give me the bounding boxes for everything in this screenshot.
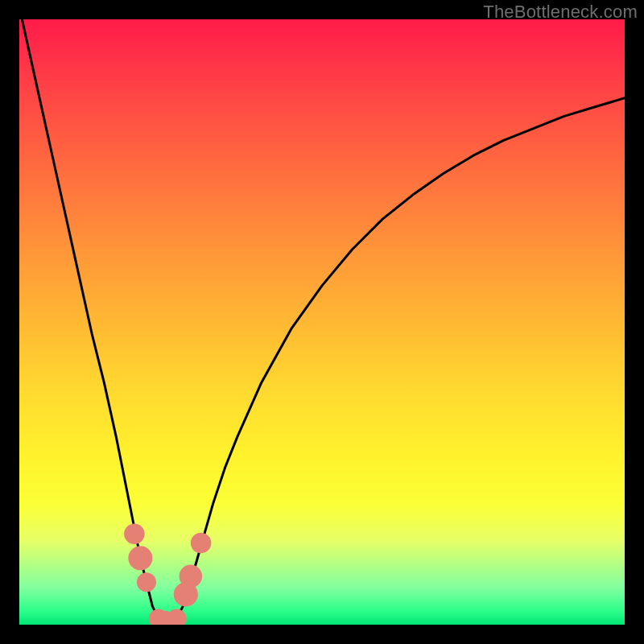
watermark-text: TheBottleneck.com: [483, 2, 638, 23]
bottleneck-curve-chart: [19, 19, 625, 625]
chart-plot-area: [19, 19, 625, 625]
data-marker: [128, 546, 152, 570]
data-marker: [191, 533, 212, 554]
data-marker: [167, 609, 186, 625]
data-marker: [180, 565, 203, 588]
data-marker: [137, 572, 156, 592]
curve-path: [19, 19, 625, 625]
data-marker: [124, 523, 145, 544]
